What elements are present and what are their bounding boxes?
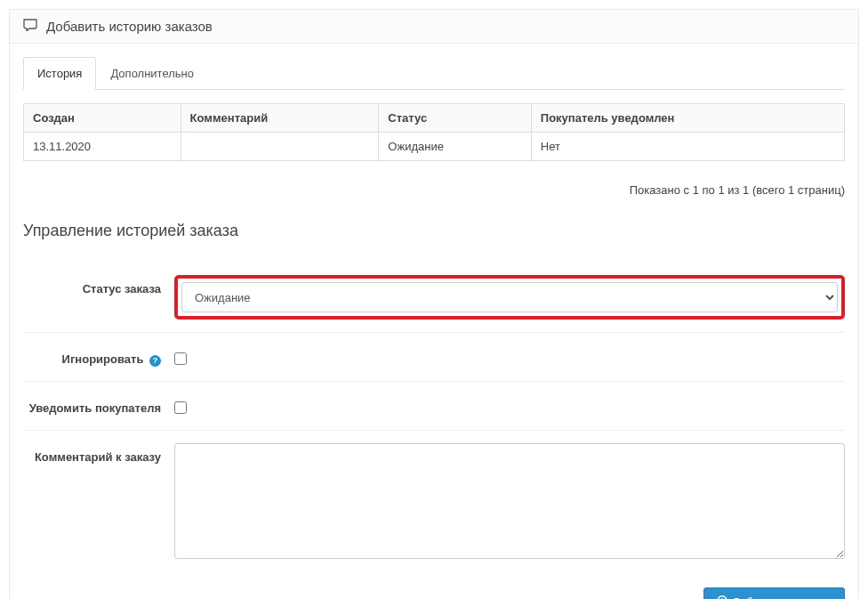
status-label: Статус заказа (23, 275, 174, 298)
notify-label: Уведомить покупателя (23, 394, 174, 417)
form-group-status: Статус заказа Ожидание (23, 263, 845, 333)
comment-label: Комментарий к заказу (23, 443, 174, 466)
notify-checkbox[interactable] (174, 401, 187, 414)
col-created: Создан (24, 104, 181, 133)
panel-body: История Дополнительно Создан Комментарий… (10, 44, 858, 599)
help-icon[interactable]: ? (149, 355, 161, 367)
pagination-info: Показано с 1 по 1 из 1 (всего 1 страниц) (23, 179, 845, 206)
tab-content: Создан Комментарий Статус Покупатель уве… (23, 90, 845, 599)
ignore-label: Игнорировать ? (23, 345, 174, 368)
form-group-ignore: Игнорировать ? (23, 333, 845, 382)
cell-notified: Нет (531, 133, 844, 161)
status-select[interactable]: Ожидание (181, 282, 838, 312)
table-header-row: Создан Комментарий Статус Покупатель уве… (24, 104, 845, 133)
add-history-label: Добавить историю (732, 595, 832, 599)
tab-history[interactable]: История (23, 57, 96, 90)
cell-created: 13.11.2020 (24, 133, 181, 161)
col-status: Статус (379, 104, 531, 133)
form-group-comment: Комментарий к заказу (23, 431, 845, 574)
status-highlight: Ожидание (174, 275, 845, 320)
panel-title: Добавить историю заказов (46, 19, 213, 34)
tab-additional[interactable]: Дополнительно (96, 57, 208, 90)
comment-icon (23, 19, 37, 34)
cell-status: Ожидание (379, 133, 531, 161)
form-group-notify: Уведомить покупателя (23, 382, 845, 431)
history-table: Создан Комментарий Статус Покупатель уве… (23, 103, 845, 161)
order-history-panel: Добавить историю заказов История Дополни… (9, 9, 859, 599)
panel-heading: Добавить историю заказов (10, 10, 858, 44)
section-title: Управление историей заказа (23, 222, 845, 240)
ignore-checkbox[interactable] (174, 352, 187, 365)
button-row: Добавить историю (23, 574, 845, 599)
col-notified: Покупатель уведомлен (531, 104, 844, 133)
table-row: 13.11.2020 Ожидание Нет (24, 133, 845, 161)
plus-icon (717, 595, 727, 599)
col-comment: Комментарий (181, 104, 379, 133)
add-history-button[interactable]: Добавить историю (703, 587, 845, 599)
comment-textarea[interactable] (174, 443, 845, 559)
cell-comment (181, 133, 379, 161)
tabs: История Дополнительно (23, 57, 845, 90)
